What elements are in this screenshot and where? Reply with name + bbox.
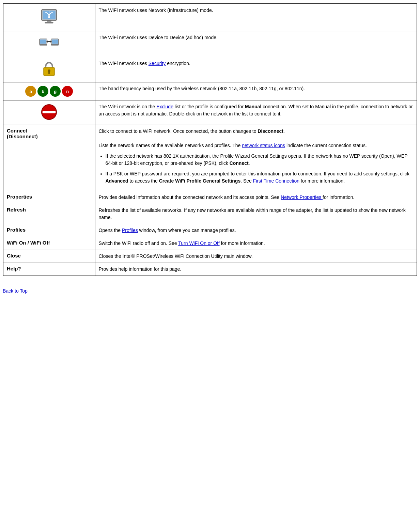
svg-rect-10 xyxy=(51,44,59,45)
infrastructure-desc: The WiFi network uses Network (Infrastru… xyxy=(99,7,213,13)
svg-rect-9 xyxy=(52,40,58,44)
desc-cell-help: Provides help information for this page. xyxy=(95,263,417,276)
table-row: The WiFi network uses Device to Device (… xyxy=(3,31,417,57)
first-time-connection-link[interactable]: First Time Connection xyxy=(253,178,301,184)
label-cell-connect: Connect(Disconnect) xyxy=(3,125,95,191)
table-row: The WiFi network uses Network (Infrastru… xyxy=(3,4,417,31)
refresh-desc: Refreshes the list of available networks… xyxy=(99,207,406,220)
properties-desc-after: for information. xyxy=(323,194,354,200)
connect-bullet-1: If the selected network has 802.1X authe… xyxy=(106,153,414,167)
svg-rect-3 xyxy=(47,20,51,22)
svg-rect-6 xyxy=(40,40,46,44)
desc-cell-exclude: The WiFi network is on the Exclude list … xyxy=(95,100,417,125)
table-row: Close Closes the Intel® PROSet/Wireless … xyxy=(3,250,417,263)
desc-cell-band: The band frequency being used by the wir… xyxy=(95,82,417,100)
properties-desc-before: Provides detailed information about the … xyxy=(99,194,281,200)
band-g-badge: g xyxy=(50,86,61,97)
main-table: The WiFi network uses Network (Infrastru… xyxy=(3,3,417,276)
connect-bullet-list: If the selected network has 802.1X authe… xyxy=(106,153,414,185)
icon-cell-security xyxy=(3,57,95,82)
desc-cell-wifi-toggle: Switch the WiFi radio off and on. See Tu… xyxy=(95,237,417,250)
band-a-badge: a xyxy=(25,86,36,97)
band-b-badge: b xyxy=(37,86,48,97)
table-row: The WiFi network is on the Exclude list … xyxy=(3,100,417,125)
label-cell-properties: Properties xyxy=(3,191,95,204)
table-row: Profiles Opens the Profiles window, from… xyxy=(3,224,417,237)
svg-rect-4 xyxy=(45,22,53,23)
page-container: The WiFi network uses Network (Infrastru… xyxy=(0,0,420,516)
label-cell-help: Help? xyxy=(3,263,95,276)
network-properties-link[interactable]: Network Properties xyxy=(281,194,323,200)
svg-point-2 xyxy=(48,16,50,18)
band-icons: a b g n xyxy=(7,86,92,97)
wifi-toggle-desc-after: for more information. xyxy=(220,240,265,246)
label-cell-close: Close xyxy=(3,250,95,263)
exclude-link[interactable]: Exclude xyxy=(156,104,173,109)
label-cell-profiles: Profiles xyxy=(3,224,95,237)
svg-point-15 xyxy=(48,69,50,72)
help-desc: Provides help information for this page. xyxy=(99,266,182,272)
exclude-icon xyxy=(41,104,57,120)
wifi-toggle-desc-before: Switch the WiFi radio off and on. See xyxy=(99,240,178,246)
turn-wifi-on-off-link[interactable]: Turn WiFi On or Off xyxy=(178,240,219,246)
profiles-desc-after: window, from where you can manage profil… xyxy=(138,228,236,233)
refresh-label: Refresh xyxy=(7,207,26,213)
label-cell-refresh: Refresh xyxy=(3,204,95,224)
network-status-icons-link[interactable]: network status icons xyxy=(242,143,285,148)
desc-cell-adhoc: The WiFi network uses Device to Device (… xyxy=(95,31,417,57)
connect-desc-p1: Click to connect to a WiFi network. Once… xyxy=(99,128,414,135)
desc-cell-security: The WiFi network uses Security encryptio… xyxy=(95,57,417,82)
back-to-top-container: Back to Top xyxy=(3,286,417,295)
table-row: Refresh Refreshes the list of available … xyxy=(3,204,417,224)
wifi-toggle-label: WiFi On / WiFi Off xyxy=(7,240,50,246)
adhoc-desc: The WiFi network uses Device to Device (… xyxy=(99,35,218,40)
desc-cell-profiles: Opens the Profiles window, from where yo… xyxy=(95,224,417,237)
icon-cell-exclude xyxy=(3,100,95,125)
security-link[interactable]: Security xyxy=(149,61,166,66)
close-label: Close xyxy=(7,253,21,259)
desc-cell-properties: Provides detailed information about the … xyxy=(95,191,417,204)
band-n-badge: n xyxy=(62,86,73,97)
infrastructure-icon xyxy=(39,7,59,27)
label-cell-wifi-toggle: WiFi On / WiFi Off xyxy=(3,237,95,250)
svg-rect-7 xyxy=(40,44,47,45)
table-row: Properties Provides detailed information… xyxy=(3,191,417,204)
back-to-top-link[interactable]: Back to Top xyxy=(3,288,28,294)
close-desc: Closes the Intel® PROSet/Wireless WiFi C… xyxy=(99,253,253,259)
desc-cell-close: Closes the Intel® PROSet/Wireless WiFi C… xyxy=(95,250,417,263)
connect-label: Connect(Disconnect) xyxy=(7,128,38,139)
desc-cell-connect: Click to connect to a WiFi network. Once… xyxy=(95,125,417,191)
exclude-desc-before: The WiFi network is on the xyxy=(99,104,157,109)
table-row: The WiFi network uses Security encryptio… xyxy=(3,57,417,82)
properties-label: Properties xyxy=(7,194,32,200)
connect-desc-p2: Lists the network names of the available… xyxy=(99,142,414,149)
profiles-label: Profiles xyxy=(7,227,26,233)
table-row: Help? Provides help information for this… xyxy=(3,263,417,276)
security-desc-before: The WiFi network uses xyxy=(99,61,149,66)
table-row: a b g n The band frequency being used by… xyxy=(3,82,417,100)
icon-cell-adhoc xyxy=(3,31,95,57)
desc-cell-refresh: Refreshes the list of available networks… xyxy=(95,204,417,224)
help-label: Help? xyxy=(7,266,21,271)
band-desc: The band frequency being used by the wir… xyxy=(99,86,305,91)
svg-rect-16 xyxy=(48,72,50,74)
table-row: WiFi On / WiFi Off Switch the WiFi radio… xyxy=(3,237,417,250)
connect-bullet-2: If a PSK or WEP password are required, y… xyxy=(106,170,414,185)
icon-cell-infrastructure xyxy=(3,4,95,31)
security-icon xyxy=(42,61,56,78)
profiles-desc-before: Opens the xyxy=(99,228,122,233)
profiles-link[interactable]: Profiles xyxy=(122,228,138,233)
icon-cell-band: a b g n xyxy=(3,82,95,100)
table-row: Connect(Disconnect) Click to connect to … xyxy=(3,125,417,191)
desc-cell-infrastructure: The WiFi network uses Network (Infrastru… xyxy=(95,4,417,31)
security-desc-after: encryption. xyxy=(166,61,190,66)
adhoc-icon xyxy=(39,35,59,52)
